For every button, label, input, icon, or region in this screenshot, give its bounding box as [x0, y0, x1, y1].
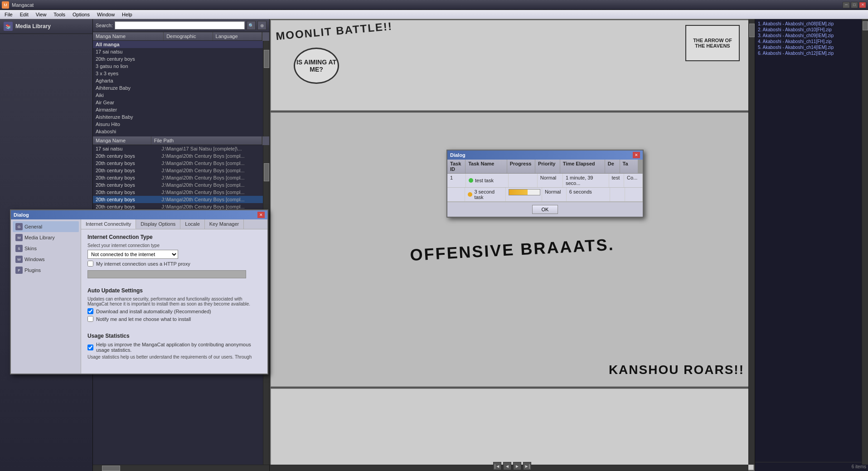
manga-list-item[interactable]: Aishiteruze Baby: [93, 113, 263, 121]
task-progress-cell: [506, 188, 542, 201]
proxy-checkbox[interactable]: [87, 261, 93, 267]
manga-list-container: All manga17 sai natsu20th century boys3 …: [93, 41, 269, 136]
manga-title-text: MOONLIT BATTLE!!: [275, 20, 393, 43]
viewer-vscrollbar[interactable]: [748, 19, 755, 465]
task-name: test task: [475, 178, 494, 183]
file-list-item[interactable]: 20th century boysJ:\Manga\20th Century B…: [93, 189, 263, 196]
maximize-button[interactable]: □: [851, 2, 858, 8]
col-file-manga-name: Manga Name: [93, 136, 151, 145]
file-list-item[interactable]: 20th century boysJ:\Manga\20th Century B…: [93, 196, 263, 203]
viewer-prev-button[interactable]: ◄: [503, 462, 511, 470]
close-button[interactable]: ✕: [859, 2, 866, 8]
search-input[interactable]: [115, 21, 245, 29]
settings-dialog-close[interactable]: ✕: [257, 212, 265, 218]
task-dialog-close[interactable]: ✕: [633, 152, 640, 158]
right-panel-scrollbar[interactable]: [862, 19, 868, 465]
minimize-button[interactable]: ─: [843, 2, 850, 8]
manga-list-scrollbar[interactable]: [263, 41, 269, 136]
settings-nav-item-general[interactable]: GGeneral: [13, 221, 79, 232]
viewer-next-button[interactable]: ►: [513, 462, 521, 470]
file-item-path: J:\Manga\20th Century Boys [compl...: [161, 189, 260, 195]
internet-connectivity-section: Internet Connection Type Select your int…: [81, 229, 267, 283]
settings-nav-item-plugins[interactable]: PPlugins: [13, 265, 79, 276]
manga-list-item[interactable]: 3 gatsu no lion: [93, 63, 263, 70]
search-advanced-button[interactable]: ⊕: [257, 21, 267, 30]
file-list-item[interactable]: 20th century boysJ:\Manga\20th Century B…: [93, 167, 263, 174]
connection-type-title: Internet Connection Type: [87, 234, 261, 240]
manga-list-item[interactable]: 20th century boys: [93, 55, 263, 63]
right-footer: 6 items: [755, 462, 868, 471]
menu-options[interactable]: Options: [69, 11, 93, 18]
speech-bubble-2: THE ARROW OF THE HEAVENS: [685, 25, 740, 61]
roar-text: KANSHOU ROARS!!: [609, 363, 744, 377]
manga-list-item[interactable]: Air Gear: [93, 99, 263, 106]
right-file-entry[interactable]: 4. Akaboshi - Akaboshi_ch11[FH].zip: [757, 39, 866, 44]
task-row[interactable]: 1test taskNormal1 minute, 39 seco...test…: [447, 174, 643, 188]
file-list-item[interactable]: 20th century boysJ:\Manga\20th Century B…: [93, 160, 263, 167]
manga-list-item[interactable]: 17 sai natsu: [93, 48, 263, 55]
settings-tab-locale[interactable]: Locale: [180, 219, 204, 229]
file-list-options-button[interactable]: [262, 136, 269, 145]
auto-notify-checkbox[interactable]: [87, 316, 93, 322]
manga-list-item[interactable]: Aisuru Hito: [93, 121, 263, 128]
file-list-item[interactable]: 20th century boysJ:\Manga\20th Century B…: [93, 181, 263, 189]
manga-list-item[interactable]: Akaboshi: [93, 128, 263, 135]
settings-tab-internet-connectivity[interactable]: Internet Connectivity: [81, 219, 136, 229]
manga-list-options-button[interactable]: [262, 32, 269, 41]
viewer-last-button[interactable]: ►|: [523, 462, 531, 470]
settings-nav-label: General: [24, 224, 42, 229]
manga-list-item[interactable]: Aiki: [93, 92, 263, 99]
right-file-entry[interactable]: 1. Akaboshi - Akaboshi_ch08[IEM].zip: [757, 21, 866, 27]
task-priority: Normal: [538, 174, 563, 187]
search-button[interactable]: 🔍: [247, 21, 256, 30]
manga-list-item[interactable]: Agharta: [93, 77, 263, 84]
auto-download-checkbox[interactable]: [87, 308, 93, 314]
auto-notify-label: Notify me and let me choose what to inst…: [96, 316, 191, 322]
settings-tab-display-options[interactable]: Display Options: [136, 219, 180, 229]
menu-window[interactable]: Window: [93, 11, 118, 18]
task-row[interactable]: 3 second taskNormal6 seconds: [447, 188, 643, 202]
manga-list-item[interactable]: All manga: [93, 41, 263, 48]
menu-help[interactable]: Help: [118, 11, 136, 18]
proxy-host-input[interactable]: [87, 270, 246, 278]
usage-stats-checkbox[interactable]: [87, 345, 93, 350]
menu-tools[interactable]: Tools: [50, 11, 69, 18]
settings-nav-item-media-library[interactable]: MMedia Library: [13, 232, 79, 243]
manga-list-item[interactable]: 3 x 3 eyes: [93, 70, 263, 77]
task-de: test: [609, 174, 624, 187]
connection-type-select[interactable]: Not connected to the internetDirect conn…: [87, 250, 178, 259]
manga-list-item[interactable]: Aihiteruze Baby: [93, 84, 263, 92]
col-demographic: Demographic: [164, 32, 213, 40]
task-ok-button[interactable]: OK: [532, 205, 558, 214]
settings-nav-item-skins[interactable]: SSkins: [13, 243, 79, 254]
file-list-hscrollbar[interactable]: [93, 465, 269, 471]
settings-nav-icon: W: [15, 256, 23, 263]
menu-view[interactable]: View: [32, 11, 50, 18]
right-file-entry[interactable]: 2. Akaboshi - Akaboshi_ch10[FH].zip: [757, 27, 866, 33]
menu-edit[interactable]: Edit: [16, 11, 32, 18]
file-item-name: 17 sai natsu: [96, 146, 161, 151]
right-panel-scrollbar-thumb[interactable]: [863, 21, 868, 30]
task-progress-cell: [509, 174, 538, 187]
task-progress-icon: [468, 192, 472, 197]
task-dialog: Dialog ✕ Task IDTask NameProgressPriorit…: [446, 150, 644, 218]
task-priority: Normal: [542, 188, 567, 201]
viewer-first-button[interactable]: |◄: [493, 462, 501, 470]
settings-nav-item-windows[interactable]: WWindows: [13, 254, 79, 265]
file-list-item[interactable]: 20th century boysJ:\Manga\20th Century B…: [93, 152, 263, 160]
viewer-vscrollbar-thumb[interactable]: [749, 24, 755, 37]
settings-tab-key-manager[interactable]: Key Manager: [205, 219, 244, 229]
app-icon: M: [2, 1, 9, 9]
manga-list-item[interactable]: Airmaster: [93, 106, 263, 113]
right-file-entry[interactable]: 5. Akaboshi - Akaboshi_ch14[IEM].zip: [757, 44, 866, 50]
menu-file[interactable]: File: [1, 11, 16, 18]
file-item-path: J:\Manga\20th Century Boys [compl...: [161, 160, 260, 166]
file-list-item[interactable]: 17 sai natsuJ:\Manga\17 Sai Natsu [compl…: [93, 145, 263, 152]
right-file-entry[interactable]: 6. Akaboshi - Akaboshi_ch12[IEM].zip: [757, 50, 866, 56]
task-col-header-task-name: Task Name: [466, 160, 507, 173]
right-file-entry[interactable]: 3. Akaboshi - Akaboshi_ch09[IEM].zip: [757, 33, 866, 39]
file-list-item[interactable]: 20th century boysJ:\Manga\20th Century B…: [93, 174, 263, 181]
file-item-path: J:\Manga\20th Century Boys [compl...: [161, 153, 260, 159]
library-icon: 📚: [4, 22, 13, 31]
file-item-name: 20th century boys: [96, 189, 161, 195]
